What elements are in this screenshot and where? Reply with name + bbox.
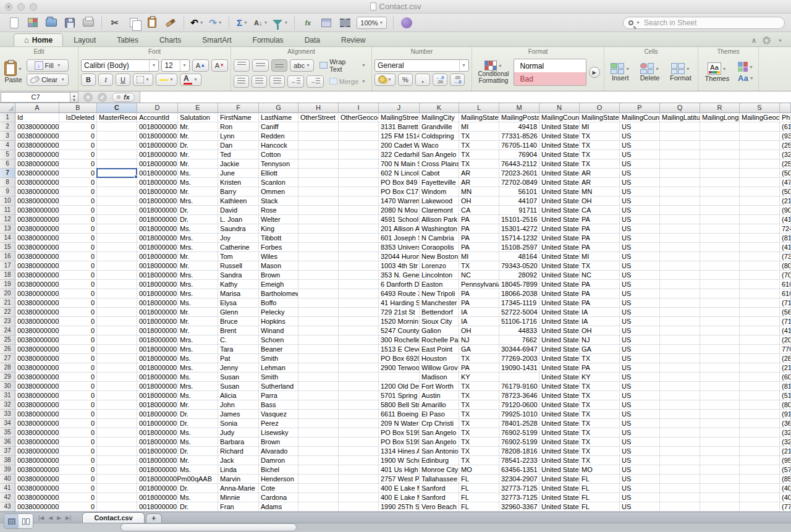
cell-I20[interactable] (339, 289, 379, 298)
cell-G27[interactable]: Smith (259, 354, 298, 363)
cell-O30[interactable]: TX (580, 382, 620, 391)
cell-A14[interactable]: 00380000000 (15, 234, 59, 243)
cell-P24[interactable]: US (620, 326, 660, 336)
cell-C26[interactable] (97, 345, 137, 354)
cell-H1[interactable]: OtherStreet (298, 113, 339, 122)
cell-R19[interactable] (700, 280, 740, 289)
cell-B7[interactable]: 0 (59, 169, 97, 178)
cell-H6[interactable] (298, 159, 339, 169)
cell-Q17[interactable] (660, 261, 700, 271)
cell-Q7[interactable] (660, 169, 700, 178)
cell-B42[interactable]: 0 (59, 493, 97, 502)
cell-D6[interactable]: 0018000000 (137, 159, 178, 169)
cell-Q41[interactable] (660, 484, 700, 493)
cell-F38[interactable]: Jack (218, 456, 259, 465)
cell-D17[interactable]: 0018000000 (137, 261, 178, 271)
cell-J1[interactable]: MailingStree (379, 113, 420, 122)
cell-I7[interactable] (339, 169, 379, 178)
comma-button[interactable]: , (415, 74, 430, 86)
cell-A42[interactable]: 00380000000 (15, 493, 59, 502)
cell-L15[interactable]: PA (459, 243, 499, 252)
clear-button[interactable]: Clear ▼ (27, 74, 69, 86)
cell-B27[interactable]: 0 (59, 354, 97, 363)
cell-D5[interactable]: 0018000000 (137, 150, 178, 159)
cell-H21[interactable] (298, 298, 339, 308)
cell-T25[interactable]: (20 (780, 336, 791, 345)
cell-G5[interactable]: Cotton (259, 150, 298, 159)
row-header-42[interactable]: 42 (0, 493, 15, 502)
cell-R28[interactable] (700, 363, 740, 373)
cell-E28[interactable]: Mrs. (178, 363, 218, 373)
cell-A16[interactable]: 00380000000 (15, 252, 59, 261)
cell-Q33[interactable] (660, 410, 700, 419)
cell-E14[interactable]: Mrs. (178, 234, 218, 243)
cell-B29[interactable]: 0 (59, 373, 97, 382)
cell-A19[interactable]: 00380000000 (15, 280, 59, 289)
cell-M23[interactable]: 51106-1716 (499, 317, 539, 326)
cell-A37[interactable]: 00380000000 (15, 447, 59, 456)
cell-M35[interactable]: 76902-5199 (499, 428, 539, 437)
cell-O28[interactable]: PA (580, 363, 620, 373)
cell-D11[interactable]: 0018000000 (137, 206, 178, 215)
cell-E6[interactable]: Mr. (178, 159, 218, 169)
cell-N30[interactable]: United State (539, 382, 580, 391)
align-middle-button[interactable] (252, 59, 268, 72)
cell-Q37[interactable] (660, 447, 700, 456)
cell-J41[interactable]: 400 E Lake M (379, 484, 420, 493)
cell-C29[interactable] (97, 373, 137, 382)
cell-P16[interactable]: US (620, 252, 660, 261)
cell-K12[interactable]: Allison Park (420, 215, 459, 224)
cell-R10[interactable] (700, 196, 740, 206)
zoom-control[interactable]: 100%▼ (357, 16, 387, 30)
cell-M32[interactable]: 79120-0600 (499, 400, 539, 410)
cell-G6[interactable]: Tennyson (259, 159, 298, 169)
cell-C31[interactable] (97, 391, 137, 400)
cell-G33[interactable]: Vasquez (259, 410, 298, 419)
cell-D24[interactable]: 0018000000 (137, 326, 178, 336)
cell-A36[interactable]: 00380000000 (15, 437, 59, 447)
cell-N11[interactable]: United State (539, 206, 580, 215)
cell-P35[interactable]: US (620, 428, 660, 437)
cell-R39[interactable] (700, 465, 740, 475)
cell-H14[interactable] (298, 234, 339, 243)
cell-M4[interactable]: 76705-1140 (499, 141, 539, 150)
column-header-C[interactable]: C (97, 103, 137, 113)
cell-C39[interactable] (97, 465, 137, 475)
row-header-39[interactable]: 39 (0, 465, 15, 475)
cell-D39[interactable]: 0018000000 (137, 465, 178, 475)
cell-R13[interactable] (700, 224, 740, 234)
cell-L43[interactable]: FL (459, 502, 499, 512)
cell-S39[interactable] (740, 465, 780, 475)
cell-D38[interactable]: 0018000000 (137, 456, 178, 465)
cell-R15[interactable] (700, 243, 740, 252)
cell-R36[interactable] (700, 437, 740, 447)
cell-S18[interactable] (740, 271, 780, 280)
cell-O17[interactable]: TX (580, 261, 620, 271)
cell-C27[interactable] (97, 354, 137, 363)
cell-M10[interactable]: 44107 (499, 196, 539, 206)
cell-P38[interactable]: US (620, 456, 660, 465)
cell-P28[interactable]: US (620, 363, 660, 373)
cell-B35[interactable]: 0 (59, 428, 97, 437)
cell-F32[interactable]: John (218, 400, 259, 410)
cell-D36[interactable]: 0018000000 (137, 437, 178, 447)
cell-O27[interactable]: TX (580, 354, 620, 363)
cell-K16[interactable]: New Boston (420, 252, 459, 261)
cell-G17[interactable]: Mason (259, 261, 298, 271)
cell-I2[interactable] (339, 122, 379, 132)
cell-M28[interactable]: 19090-1431 (499, 363, 539, 373)
cell-L30[interactable]: TX (459, 382, 499, 391)
cell-O23[interactable]: IA (580, 317, 620, 326)
cell-O1[interactable]: MailingState (580, 113, 620, 122)
cell-K25[interactable]: Rochelle Par (420, 336, 459, 345)
cell-N21[interactable]: United State (539, 298, 580, 308)
paste-icon[interactable] (145, 16, 159, 30)
cell-O41[interactable]: FL (580, 484, 620, 493)
cell-L29[interactable]: KY (459, 373, 499, 382)
column-header-R[interactable]: R (700, 103, 740, 113)
cell-F10[interactable]: Kathleen (218, 196, 259, 206)
cell-I27[interactable] (339, 354, 379, 363)
cell-S9[interactable] (740, 187, 780, 196)
cell-M5[interactable]: 76904 (499, 150, 539, 159)
cell-B1[interactable]: IsDeleted (59, 113, 97, 122)
